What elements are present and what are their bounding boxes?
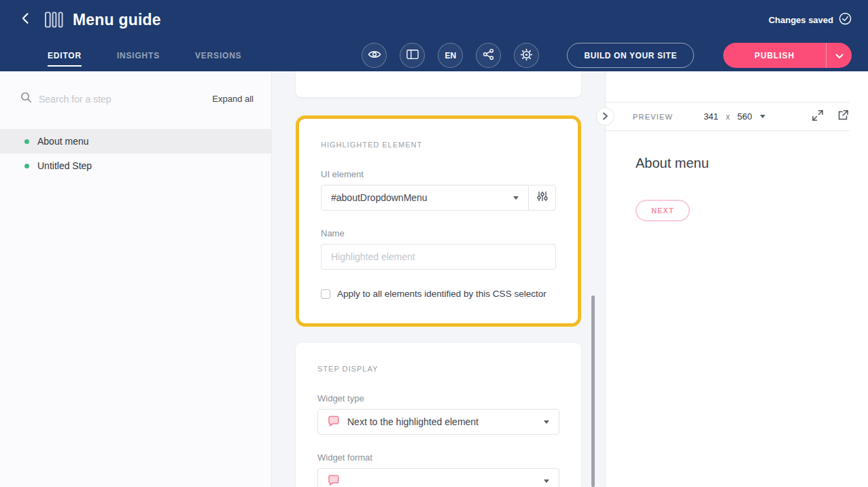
step-item-untitled-step[interactable]: Untitled Step bbox=[0, 154, 271, 178]
ui-element-select-group: #aboutDropdownMenu bbox=[321, 185, 556, 211]
chevron-down-icon bbox=[760, 115, 765, 118]
expand-preview-button[interactable] bbox=[812, 110, 823, 124]
tab-versions[interactable]: VERSIONS bbox=[195, 39, 241, 71]
preview-card-title: About menu bbox=[636, 156, 868, 171]
page-title: Menu guide bbox=[73, 11, 161, 29]
step-editor-panel: HIGHLIGHTED ELEMENT UI element #aboutDro… bbox=[272, 71, 605, 487]
ui-element-value: #aboutDropdownMenu bbox=[331, 192, 428, 203]
editor-scrollbar-thumb[interactable] bbox=[591, 295, 595, 487]
layout-icon bbox=[406, 49, 419, 62]
step-item-label: Untitled Step bbox=[37, 160, 92, 171]
apply-all-row: Apply to all elements identified by this… bbox=[321, 289, 556, 299]
preview-eye-button[interactable] bbox=[362, 43, 387, 68]
app-header: Menu guide Changes saved EDITOR INSIGHTS… bbox=[0, 0, 868, 71]
bullet-dot-icon bbox=[24, 164, 29, 168]
widget-type-value: Next to the highlighted element bbox=[347, 416, 479, 427]
header-toolbar-row: EDITOR INSIGHTS VERSIONS bbox=[0, 39, 868, 71]
chevron-down-icon bbox=[544, 420, 549, 424]
share-icon bbox=[483, 48, 494, 62]
step-search-row: Expand all bbox=[0, 71, 271, 106]
preview-size-control[interactable]: 341 x 560 bbox=[704, 111, 765, 122]
preview-width-value: 341 bbox=[704, 111, 718, 122]
preview-header: PREVIEW 341 x 560 bbox=[606, 102, 850, 131]
bullet-dot-icon bbox=[24, 139, 29, 144]
eye-icon bbox=[368, 49, 381, 62]
tab-insights[interactable]: INSIGHTS bbox=[117, 39, 160, 71]
name-label: Name bbox=[321, 228, 556, 238]
settings-button[interactable] bbox=[514, 43, 539, 68]
ui-element-select[interactable]: #aboutDropdownMenu bbox=[322, 185, 528, 210]
gear-icon bbox=[520, 48, 533, 63]
widget-format-select[interactable] bbox=[317, 468, 559, 487]
card-top-partial bbox=[296, 71, 581, 97]
open-external-button[interactable] bbox=[837, 110, 848, 124]
name-input[interactable] bbox=[321, 244, 556, 270]
preview-body: About menu NEXT bbox=[606, 131, 868, 221]
check-circle-icon bbox=[839, 12, 852, 27]
preview-next-button[interactable]: NEXT bbox=[636, 200, 690, 221]
step-item-about-menu[interactable]: About menu bbox=[0, 129, 271, 154]
expand-all-link[interactable]: Expand all bbox=[212, 94, 254, 104]
chevron-down-icon bbox=[544, 480, 549, 483]
publish-split-button: PUBLISH bbox=[723, 43, 852, 68]
selection-highlight-ring: HIGHLIGHTED ELEMENT UI element #aboutDro… bbox=[296, 115, 581, 327]
language-badge-label: EN bbox=[445, 51, 457, 60]
app-logo-icon bbox=[45, 12, 63, 28]
size-separator: x bbox=[726, 112, 730, 122]
widget-type-label: Widget type bbox=[317, 393, 559, 403]
widget-type-icon bbox=[328, 416, 339, 429]
ui-element-label: UI element bbox=[321, 169, 556, 179]
chevron-down-icon bbox=[835, 50, 844, 62]
step-display-card: STEP DISPLAY Widget type Next to the hig… bbox=[296, 343, 581, 487]
highlighted-element-card: HIGHLIGHTED ELEMENT UI element #aboutDro… bbox=[299, 119, 578, 323]
publish-button[interactable]: PUBLISH bbox=[723, 43, 826, 68]
external-link-icon bbox=[837, 110, 848, 124]
header-title-row: Menu guide Changes saved bbox=[0, 0, 868, 39]
expand-icon bbox=[812, 110, 823, 124]
step-list: About menu Untitled Step bbox=[0, 129, 271, 178]
language-button[interactable]: EN bbox=[438, 43, 463, 68]
apply-all-label: Apply to all elements identified by this… bbox=[337, 289, 546, 299]
preview-height-value: 560 bbox=[737, 111, 752, 122]
chevron-left-icon bbox=[19, 12, 33, 28]
changes-saved-label: Changes saved bbox=[769, 15, 833, 25]
header-icon-buttons: EN bbox=[362, 43, 852, 68]
chevron-down-icon bbox=[513, 196, 519, 200]
back-button[interactable] bbox=[16, 10, 35, 29]
search-input[interactable] bbox=[39, 94, 205, 105]
apply-all-checkbox[interactable] bbox=[321, 289, 330, 299]
sliders-icon bbox=[537, 191, 548, 204]
steps-sidebar: Expand all About menu Untitled Step bbox=[0, 71, 272, 487]
preview-label: PREVIEW bbox=[633, 113, 673, 121]
publish-caret-button[interactable] bbox=[826, 43, 852, 68]
element-picker-button[interactable] bbox=[528, 185, 555, 210]
build-on-your-site-button[interactable]: BUILD ON YOUR SITE bbox=[567, 43, 694, 68]
preview-header-icons bbox=[812, 110, 848, 124]
collapse-preview-button[interactable] bbox=[596, 107, 614, 126]
header-tabs: EDITOR INSIGHTS VERSIONS bbox=[48, 39, 241, 71]
step-item-label: About menu bbox=[37, 136, 89, 147]
preview-panel: PREVIEW 341 x 560 bbox=[605, 71, 868, 487]
share-button[interactable] bbox=[476, 43, 501, 68]
editor-cards-column: HIGHLIGHTED ELEMENT UI element #aboutDro… bbox=[296, 71, 581, 487]
chevron-right-icon bbox=[602, 111, 608, 123]
widget-format-icon bbox=[328, 475, 339, 487]
widget-type-select[interactable]: Next to the highlighted element bbox=[317, 409, 559, 435]
widget-format-label: Widget format bbox=[317, 452, 559, 463]
search-icon bbox=[20, 92, 32, 106]
layout-button[interactable] bbox=[400, 43, 425, 68]
changes-saved-status: Changes saved bbox=[769, 12, 852, 27]
section-title-highlighted-element: HIGHLIGHTED ELEMENT bbox=[321, 141, 556, 149]
section-title-step-display: STEP DISPLAY bbox=[317, 365, 559, 373]
tab-editor[interactable]: EDITOR bbox=[48, 39, 82, 71]
